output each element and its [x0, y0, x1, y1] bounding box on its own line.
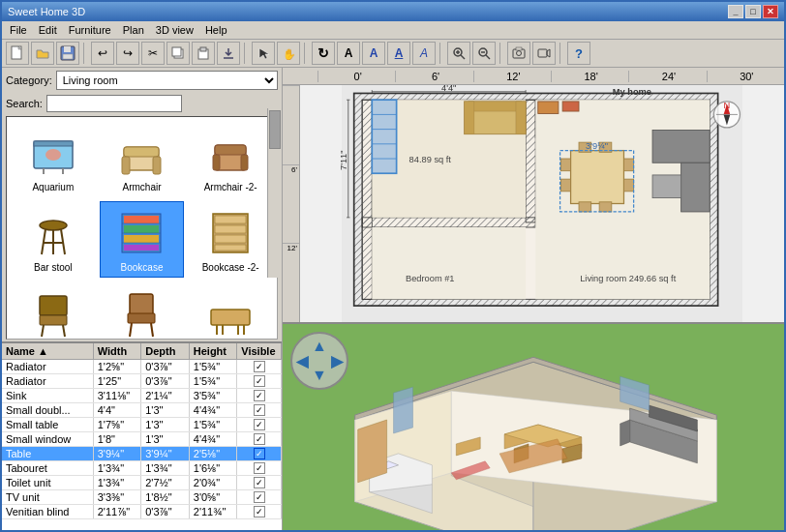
th-name[interactable]: Name ▲: [2, 343, 94, 359]
svg-rect-33: [215, 145, 246, 155]
import-button[interactable]: [217, 42, 240, 65]
visible-checkbox[interactable]: [254, 375, 265, 387]
visible-checkbox[interactable]: [254, 390, 265, 401]
svg-line-12: [461, 55, 465, 59]
table-row[interactable]: Small doubl... 4'4" 1'3" 4'4¾": [2, 403, 282, 418]
svg-marker-139: [620, 420, 630, 446]
menu-help[interactable]: Help: [199, 22, 233, 38]
copy-button[interactable]: [166, 42, 190, 65]
table-row[interactable]: TV unit 3'3⅜" 1'8½" 3'0⅝": [2, 490, 282, 505]
visible-checkbox[interactable]: [254, 404, 265, 416]
visible-checkbox[interactable]: [254, 433, 265, 445]
furniture-item-armchair2[interactable]: Armchair -2-: [188, 121, 273, 197]
furniture-item-armchair[interactable]: Armchair: [100, 121, 185, 197]
select-button[interactable]: [252, 42, 275, 65]
sep5: [499, 43, 503, 64]
search-bar: Search:: [2, 93, 282, 114]
furniture-item-barstool[interactable]: Bar stool: [11, 201, 96, 278]
table-row[interactable]: Toilet unit 1'3¾" 2'7½" 2'0¾": [2, 476, 282, 490]
visible-checkbox[interactable]: [254, 448, 265, 459]
th-height[interactable]: Height: [190, 343, 238, 359]
chair2-icon: [114, 286, 168, 340]
floor-plan-canvas[interactable]: My home 4'4" 7'11" 8: [300, 85, 784, 322]
svg-rect-21: [538, 49, 547, 57]
td-visible: [237, 360, 282, 373]
text-a2[interactable]: A: [362, 42, 385, 65]
menu-3dview[interactable]: 3D view: [150, 22, 199, 38]
nav-up-button[interactable]: ▲: [312, 338, 327, 355]
furniture-item-chair2[interactable]: Chair -2-: [100, 281, 185, 340]
pan-button[interactable]: ✋: [277, 42, 300, 65]
paste-button[interactable]: [192, 42, 215, 65]
td-name: Radiator: [2, 360, 94, 373]
table-row[interactable]: Sink 3'11⅛" 2'1¼" 3'5¾": [2, 389, 282, 403]
nav-down-button[interactable]: ▼: [312, 367, 327, 384]
th-depth[interactable]: Depth: [141, 343, 190, 359]
category-select[interactable]: Living room Bedroom Kitchen Bathroom Off…: [56, 71, 278, 90]
furniture-item-aquarium[interactable]: Aquarium: [11, 121, 96, 197]
floor-plan-container[interactable]: 0' 6' 12' 18' 24' 30' 6' 12': [283, 68, 784, 322]
redo-button[interactable]: ↪: [116, 42, 139, 65]
help-button[interactable]: ?: [567, 42, 590, 65]
maximize-button[interactable]: □: [745, 5, 761, 18]
ruler-left: 6' 12': [283, 85, 300, 322]
svg-line-60: [130, 323, 132, 337]
th-visible[interactable]: Visible: [237, 343, 282, 359]
svg-rect-42: [124, 216, 159, 223]
nav-left-button[interactable]: ◀: [296, 352, 308, 370]
visible-checkbox[interactable]: [254, 477, 265, 488]
text-a1[interactable]: A: [337, 42, 360, 65]
table-row[interactable]: Small table 1'7⅝" 1'3" 1'5¾": [2, 418, 282, 432]
table-row[interactable]: Venitian blind 2'11⅞" 0'3⅞" 2'11¾": [2, 505, 282, 519]
menu-furniture[interactable]: Furniture: [63, 22, 117, 38]
visible-checkbox[interactable]: [254, 462, 265, 474]
photo-button[interactable]: [507, 42, 530, 65]
furniture-item-coffeetable[interactable]: Coffee table: [188, 281, 273, 340]
svg-rect-53: [215, 245, 246, 251]
visible-checkbox[interactable]: [254, 506, 265, 517]
svg-point-19: [517, 51, 522, 56]
ruler-mark-v-2: 12': [283, 243, 299, 322]
svg-point-25: [45, 149, 61, 161]
furniture-item-chair[interactable]: Chair: [11, 281, 96, 340]
aquarium-icon: [26, 126, 80, 180]
text-a4[interactable]: A: [412, 42, 436, 65]
visible-checkbox[interactable]: [254, 419, 265, 430]
video-button[interactable]: [532, 42, 556, 65]
text-a3[interactable]: A: [387, 42, 410, 65]
zoom-in-button[interactable]: [447, 42, 470, 65]
undo-button[interactable]: ↩: [91, 42, 114, 65]
furniture-item-bookcase[interactable]: Bookcase: [100, 201, 185, 278]
zoom-out-button[interactable]: [472, 42, 496, 65]
menu-file[interactable]: File: [4, 22, 33, 38]
visible-checkbox[interactable]: [254, 491, 265, 503]
minimize-button[interactable]: _: [728, 5, 743, 18]
barstool-icon: [26, 206, 80, 260]
table-row[interactable]: Tabouret 1'3¾" 1'3¾" 1'6⅛": [2, 461, 282, 476]
rotate-button[interactable]: ↻: [312, 42, 335, 65]
svg-rect-106: [560, 179, 570, 192]
table-row[interactable]: Radiator 1'25" 0'3⅞" 1'5¾": [2, 374, 282, 389]
svg-rect-34: [213, 155, 220, 170]
menu-plan[interactable]: Plan: [117, 22, 150, 38]
open-button[interactable]: [31, 42, 54, 65]
menu-edit[interactable]: Edit: [33, 22, 63, 38]
save-button[interactable]: [56, 42, 79, 65]
cut-button[interactable]: ✂: [141, 42, 165, 65]
new-button[interactable]: [6, 42, 29, 65]
ruler-mark-24: 24': [628, 71, 706, 82]
svg-rect-73: [362, 218, 535, 227]
table-row[interactable]: Small window 1'8" 1'3" 4'4¾": [2, 432, 282, 447]
td-depth: 0'3⅞": [141, 360, 190, 373]
svg-marker-131: [358, 420, 387, 483]
nav-right-button[interactable]: ▶: [331, 352, 343, 370]
th-width[interactable]: Width: [94, 343, 142, 359]
svg-text:✋: ✋: [283, 47, 295, 60]
visible-checkbox[interactable]: [254, 361, 265, 372]
table-row[interactable]: Radiator 1'2⅝" 0'3⅞" 1'5¾": [2, 360, 282, 374]
furniture-item-bookcase2[interactable]: Bookcase -2-: [188, 201, 273, 278]
close-button[interactable]: ✕: [763, 5, 778, 18]
furniture-scrollbar[interactable]: [267, 108, 281, 278]
table-row-selected[interactable]: Table 3'9¼" 3'9¼" 2'5⅛": [2, 447, 282, 461]
search-input[interactable]: [46, 95, 182, 112]
